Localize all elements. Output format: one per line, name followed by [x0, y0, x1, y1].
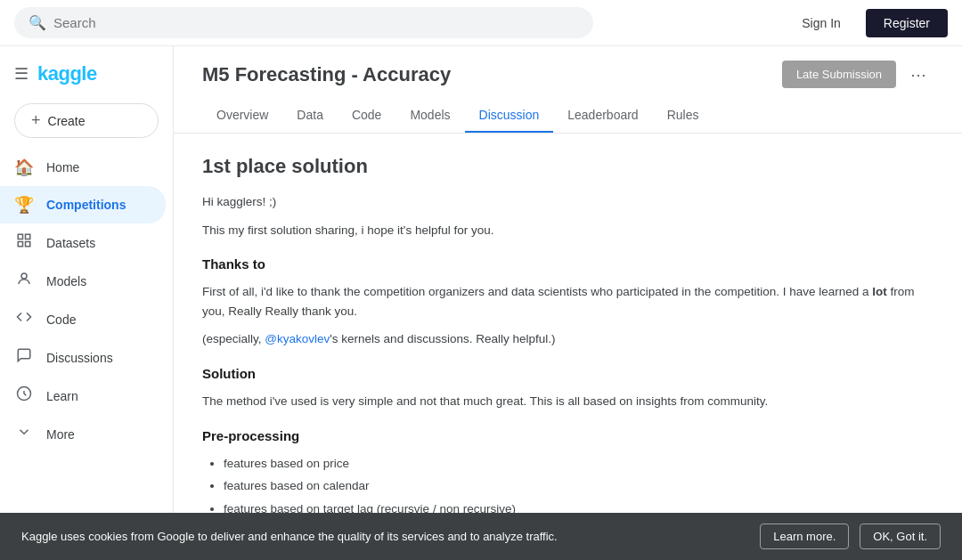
cookie-ok-button[interactable]: OK, Got it.	[860, 523, 941, 549]
cookie-banner: Kaggle uses cookies from Google to deliv…	[0, 513, 962, 560]
post-intro: Hi kagglers! ;)	[202, 192, 933, 212]
sidebar-item-label: More	[46, 427, 75, 442]
competition-title-row: M5 Forecasting - Accuracy Late Submissio…	[202, 61, 933, 88]
kaggle-logo: kaggle	[37, 62, 97, 85]
content-area: M5 Forecasting - Accuracy Late Submissio…	[174, 46, 962, 513]
svg-rect-3	[26, 242, 30, 247]
tab-leaderboard[interactable]: Leaderboard	[553, 99, 652, 133]
competition-actions: Late Submission ⋯	[782, 61, 933, 88]
sidebar-logo: ☰ kaggle	[0, 53, 173, 100]
thanks-link[interactable]: @kyakovlev	[265, 332, 330, 345]
sidebar-item-label: Code	[46, 312, 76, 327]
trophy-icon: 🏆	[14, 195, 34, 215]
competition-header: M5 Forecasting - Accuracy Late Submissio…	[174, 46, 962, 134]
register-button[interactable]: Register	[866, 9, 948, 37]
sidebar-item-label: Learn	[46, 389, 78, 403]
late-submission-button[interactable]: Late Submission	[782, 61, 896, 88]
search-bar: 🔍	[14, 7, 593, 38]
post-title: 1st place solution	[202, 155, 933, 178]
sidebar-item-label: Competitions	[46, 198, 126, 212]
sidebar-item-label: Datasets	[46, 236, 95, 250]
tab-overview[interactable]: Overview	[202, 99, 282, 133]
discussion-content: 1st place solution Hi kagglers! ;) This …	[174, 134, 962, 513]
topbar: 🔍 Sign In Register	[0, 0, 962, 46]
sidebar-create-section: + Create	[14, 103, 159, 138]
sidebar-item-home[interactable]: 🏠 Home	[0, 149, 166, 186]
create-label: Create	[48, 114, 86, 128]
plus-icon: +	[31, 111, 41, 130]
home-icon: 🏠	[14, 158, 34, 177]
hamburger-icon[interactable]: ☰	[14, 64, 29, 84]
svg-point-4	[21, 273, 27, 279]
more-options-button[interactable]: ⋯	[903, 61, 933, 88]
list-item: features based on price	[224, 454, 933, 474]
post-sharing: This my first solution sharing, i hope i…	[202, 221, 933, 240]
svg-rect-2	[18, 242, 22, 247]
competition-tabs: Overview Data Code Models Discussion Lea…	[202, 99, 933, 133]
search-icon: 🔍	[29, 14, 46, 31]
tab-code[interactable]: Code	[338, 99, 395, 133]
sidebar-item-competitions[interactable]: 🏆 Competitions	[0, 186, 166, 223]
list-item: features based on target lag (recursvie …	[224, 499, 933, 513]
sidebar-item-label: Models	[46, 274, 86, 288]
competition-title: M5 Forecasting - Accuracy	[202, 63, 451, 86]
create-button[interactable]: + Create	[14, 103, 159, 138]
preprocessing-list: features based on price features based o…	[224, 454, 933, 513]
sidebar-item-code[interactable]: Code	[0, 300, 166, 338]
learn-icon	[14, 386, 34, 406]
sidebar-item-label: Home	[46, 160, 79, 174]
tab-discussion[interactable]: Discussion	[465, 99, 554, 133]
tab-data[interactable]: Data	[282, 99, 338, 133]
datasets-icon	[14, 232, 34, 253]
thanks-end: 's kernels and discussions. Really helpf…	[330, 332, 555, 345]
post-body: Hi kagglers! ;) This my first solution s…	[202, 192, 933, 513]
sidebar-item-more[interactable]: More	[0, 415, 166, 453]
search-input[interactable]	[53, 15, 579, 30]
cookie-learn-button[interactable]: Learn more.	[760, 523, 849, 549]
models-icon	[14, 271, 34, 291]
discussions-icon	[14, 347, 34, 368]
code-icon	[14, 309, 34, 329]
tab-rules[interactable]: Rules	[653, 99, 713, 133]
preprocessing-heading: Pre-processing	[202, 426, 933, 447]
sidebar-item-learn[interactable]: Learn	[0, 377, 166, 415]
sidebar-item-datasets[interactable]: Datasets	[0, 223, 166, 262]
thanks-special: (especially, @kyakovlev's kernels and di…	[202, 329, 933, 349]
thanks-lot: lot	[872, 285, 887, 298]
solution-text: The method i've used is very simple and …	[202, 392, 933, 411]
chevron-down-icon	[14, 424, 34, 444]
topbar-right: Sign In Register	[787, 9, 948, 37]
sidebar-item-discussions[interactable]: Discussions	[0, 338, 166, 377]
solution-heading: Solution	[202, 363, 933, 385]
thanks-text-1: First of all, i'd like to thank the comp…	[202, 285, 869, 298]
cookie-actions: Learn more. OK, Got it.	[760, 523, 941, 549]
sidebar: ☰ kaggle + Create 🏠 Home 🏆 Competitions	[0, 46, 174, 513]
thanks-special-prefix: (especially,	[202, 332, 265, 345]
sidebar-item-label: Discussions	[46, 351, 113, 365]
sidebar-item-models[interactable]: Models	[0, 262, 166, 300]
thanks-heading: Thanks to	[202, 254, 933, 275]
svg-rect-0	[18, 234, 22, 239]
tab-models[interactable]: Models	[395, 99, 464, 133]
cookie-text: Kaggle uses cookies from Google to deliv…	[21, 530, 760, 543]
signin-button[interactable]: Sign In	[787, 9, 855, 37]
list-item: features based on calendar	[224, 476, 933, 496]
svg-rect-1	[26, 234, 30, 239]
post-thanks-paragraph: First of all, i'd like to thank the comp…	[202, 282, 933, 321]
